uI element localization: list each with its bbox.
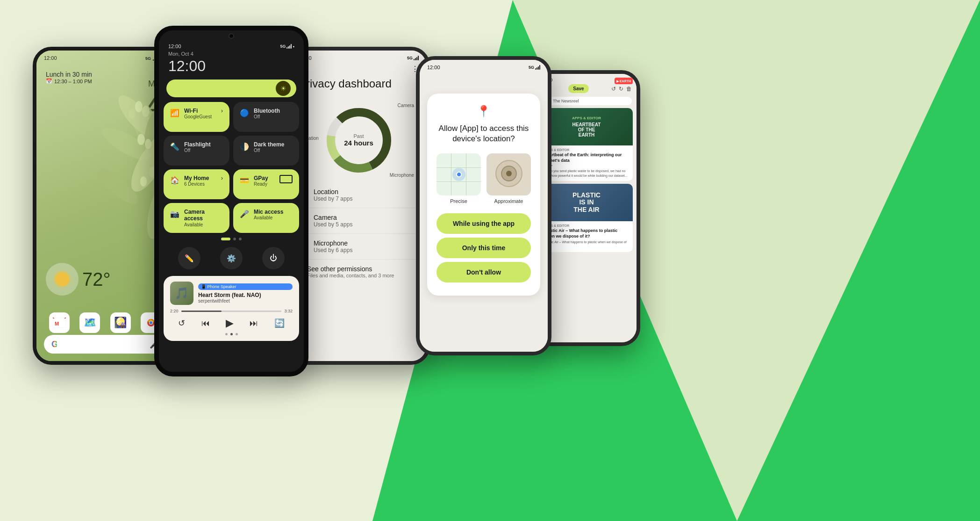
brightness-icon: ☀	[276, 81, 291, 96]
prev-track-icon[interactable]: ⏮	[201, 318, 210, 328]
svg-point-7	[135, 101, 143, 112]
article-card-1[interactable]: APPS & EDITOR HEARTBEATOF THEEARTH ▶ EAR…	[540, 108, 633, 181]
maps-icon[interactable]: 🗺️	[79, 312, 100, 333]
location-privacy-item[interactable]: 📍 Location Used by 7 apps	[299, 182, 419, 208]
privacy-dashboard-title: Privacy dashboard	[291, 77, 426, 98]
gmail-icon[interactable]: M	[49, 312, 70, 333]
phone1-time: 12:00	[44, 55, 57, 61]
home-arrow-icon: ›	[221, 175, 223, 181]
brightness-slider[interactable]: ☀	[166, 80, 296, 97]
location-map-options: Precise Approximate	[436, 153, 531, 204]
phone1-status-bar: 12:00 5G 🔋	[36, 51, 174, 61]
camera-privacy-item[interactable]: 📷 Camera Used by 5 apps	[299, 208, 419, 234]
svg-point-26	[506, 171, 512, 176]
phone4-screen: 12:00 5G 📍 Allow [App] to access this de…	[420, 60, 548, 352]
privacy-items-list: 📍 Location Used by 7 apps 📷 Camera Used …	[291, 182, 426, 260]
see-other-permissions[interactable]: ∨ See other permissions Files and media,…	[291, 260, 426, 284]
home-icon: 🏠	[170, 176, 179, 185]
weather-icon-bg	[46, 263, 79, 296]
settings-button[interactable]: ⚙️	[220, 247, 243, 269]
microphone-item-title: Microphone	[314, 239, 352, 247]
power-button[interactable]: ⏻	[262, 247, 285, 269]
speaker-badge: 📱 Phone Speaker	[198, 283, 293, 290]
while-using-button[interactable]: While using the app	[436, 213, 531, 234]
edit-button[interactable]: ✏️	[178, 247, 200, 269]
battery-icon-2: ▪	[293, 44, 294, 49]
article-1-title: Heartbeat of the Earth: interpreting our…	[544, 152, 629, 163]
camera-access-tile[interactable]: 📷 Camera access Available	[164, 203, 229, 233]
music-dot-3	[236, 333, 238, 335]
chart-label-past: Past	[344, 133, 373, 139]
music-album-art: 🎵	[170, 282, 193, 305]
dark-theme-title: Dark theme	[254, 141, 284, 148]
my-home-title: My Home	[184, 175, 209, 181]
phone3-screen: 12:00 5G ← ⋮ Privacy dashboard	[291, 51, 426, 361]
signal-bars-icon	[286, 44, 292, 49]
my-home-tile[interactable]: 🏠 My Home 6 Devices ›	[164, 169, 229, 199]
precise-label: Precise	[436, 198, 481, 204]
svg-point-10	[137, 134, 145, 145]
phone-quick-settings: 12:00 5G ▪ Mon, Oct 4 12:00 ☀ 📶	[154, 26, 308, 376]
svg-point-13	[140, 176, 147, 187]
card-icon	[279, 175, 293, 183]
mic-access-tile[interactable]: 🎤 Mic access Available	[233, 203, 299, 233]
article-card-2[interactable]: PLASTICIS INTHE AIR APPS & EDITOR Plasti…	[540, 184, 633, 252]
phone-privacy-dashboard: 12:00 5G ← ⋮ Privacy dashboard	[287, 47, 430, 365]
gpay-sub: Ready	[254, 181, 268, 187]
dark-theme-icon: 🌓	[240, 142, 249, 151]
progress-bar[interactable]	[181, 311, 282, 312]
music-top: 🎵 📱 Phone Speaker Heart Storm (feat. NAO…	[170, 282, 293, 305]
article-2-title: Plastic Air – What happens to plastic wh…	[544, 228, 629, 239]
save-button[interactable]: Save	[568, 84, 588, 93]
bluetooth-tile[interactable]: 🔵 Bluetooth Off	[233, 102, 299, 132]
delete-icon[interactable]: 🗑	[626, 86, 632, 92]
precise-dot	[456, 172, 462, 177]
bluetooth-icon: 🔵	[240, 109, 249, 117]
redo-icon[interactable]: ↻	[619, 86, 623, 92]
undo-icon[interactable]: ↺	[611, 86, 616, 92]
approximate-location-option[interactable]: Approximate	[486, 153, 531, 204]
article-1-image: APPS & EDITOR HEARTBEATOF THEEARTH ▶ EAR…	[540, 108, 633, 145]
bluetooth-title: Bluetooth	[254, 108, 280, 114]
google-search-bar[interactable]: G 🎤	[44, 335, 166, 354]
next-track-icon[interactable]: ⏭	[250, 318, 258, 328]
photos-icon[interactable]: 🎑	[110, 312, 131, 333]
location-dialog-title: Allow [App] to access this device's loca…	[436, 123, 531, 144]
page-dot-1	[221, 238, 230, 240]
signal-bars-3	[414, 56, 419, 60]
wifi-tile[interactable]: 📶 Wi-Fi GoogleGuest ›	[164, 102, 229, 132]
microphone-label: Microphone	[390, 173, 414, 178]
wifi-title: Wi-Fi	[184, 108, 212, 114]
phone2-date: Mon, Oct 4	[159, 49, 304, 57]
dont-allow-button[interactable]: Don't allow	[436, 262, 531, 282]
only-this-time-button[interactable]: Only this time	[436, 238, 531, 258]
gpay-tile[interactable]: 💳 GPay Ready	[233, 169, 299, 199]
location-item-title: Location	[314, 188, 352, 195]
mic-access-title: Mic access	[254, 209, 283, 215]
phone5-search-bar[interactable]: 🔍 The Newsreel	[541, 97, 632, 105]
flashlight-tile[interactable]: 🔦 Flashlight Off	[164, 136, 229, 166]
page-dot-2	[233, 238, 236, 240]
mic-access-sub: Available	[254, 215, 283, 220]
phone2-time: 12:00	[168, 43, 181, 49]
microphone-privacy-item[interactable]: 🎤 Microphone Used by 6 apps	[299, 234, 419, 260]
replay-icon[interactable]: ↺	[178, 318, 185, 328]
music-info: 📱 Phone Speaker Heart Storm (feat. NAO) …	[198, 283, 293, 304]
precise-location-option[interactable]: Precise	[436, 153, 481, 204]
sun-icon	[55, 272, 69, 286]
camera-access-sub: Available	[184, 222, 223, 227]
precise-map	[436, 153, 481, 195]
music-dot-2	[230, 333, 233, 335]
phone3-status-icons: 5G	[407, 55, 419, 61]
dark-theme-tile[interactable]: 🌓 Dark theme Off	[233, 136, 299, 166]
phone4-status-icons: 5G	[529, 65, 540, 70]
article-1-text: When you send plastic waste to be dispos…	[544, 169, 629, 178]
article-2-tag: APPS & EDITOR	[544, 224, 629, 227]
play-pause-icon[interactable]: ▶	[226, 317, 234, 329]
gpay-icon: 💳	[240, 176, 249, 185]
music-page-dots	[170, 333, 293, 335]
loop-icon[interactable]: 🔄	[274, 318, 285, 328]
article-1-body: APPS & EDITOR Heartbeat of the Earth: in…	[540, 145, 633, 181]
signal-bars-4	[535, 65, 540, 70]
article-1-social: 🐦 ↗	[544, 164, 629, 168]
